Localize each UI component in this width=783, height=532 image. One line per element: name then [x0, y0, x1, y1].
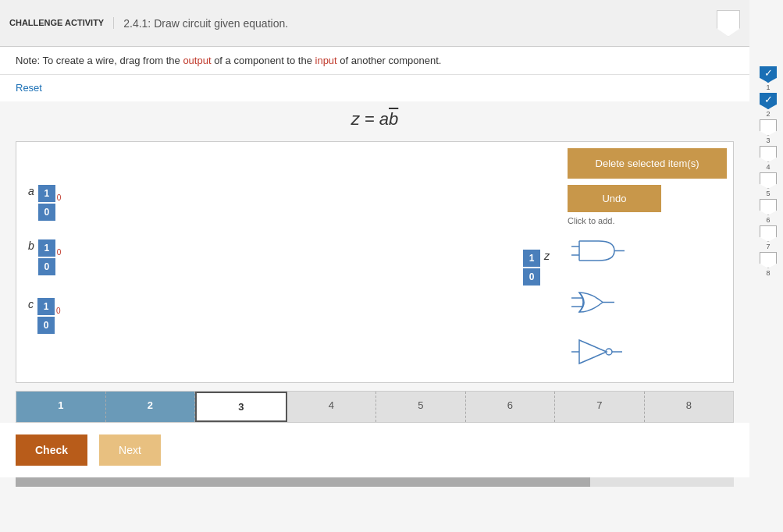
note-output: output: [183, 55, 211, 66]
gate-options: [568, 229, 727, 374]
side-nav-label-6: 6: [766, 216, 770, 224]
toggle-b-small: 0: [57, 248, 62, 257]
header-shield-icon: [717, 10, 740, 37]
or-gate-option[interactable]: [568, 281, 727, 326]
side-nav-label-2: 2: [766, 110, 770, 118]
var-z-label: z: [544, 250, 550, 262]
undo-button[interactable]: Undo: [568, 185, 661, 212]
side-nav-item-4[interactable]: 4: [757, 146, 779, 171]
toggle-a-bottom[interactable]: 0: [38, 204, 55, 221]
reset-button[interactable]: Reset: [16, 82, 42, 94]
side-nav-item-7[interactable]: 7: [757, 225, 779, 250]
toggle-z: 1 0: [523, 250, 540, 286]
toggle-c-small: 0: [56, 307, 61, 315]
not-gate-option[interactable]: [568, 332, 727, 374]
side-nav-label-5: 5: [766, 190, 770, 197]
and-gate-option[interactable]: [568, 229, 727, 275]
bottom-buttons: Check Next: [0, 423, 749, 477]
header: CHALLENGE ACTIVITY 2.4.1: Draw circuit g…: [0, 0, 749, 47]
delete-button[interactable]: Delete selected item(s): [568, 148, 727, 179]
circuit-workspace: a 1 0 0 b 1 0: [16, 141, 734, 383]
scroll-thumb[interactable]: [16, 477, 590, 487]
tab-3[interactable]: 3: [195, 392, 287, 422]
side-nav-item-1[interactable]: ✓ 1: [757, 66, 779, 91]
toggle-c[interactable]: 1 0 0: [37, 298, 61, 334]
side-nav-label-8: 8: [766, 269, 770, 277]
circuit-canvas[interactable]: 1 0 z: [118, 142, 561, 382]
side-nav-label-4: 4: [766, 163, 770, 171]
next-button[interactable]: Next: [99, 434, 161, 466]
toggle-a-small: 0: [57, 193, 62, 202]
side-nav-label-1: 1: [766, 83, 770, 91]
note-middle: of a component to the: [212, 55, 315, 66]
side-nav-item-6[interactable]: 6: [757, 199, 779, 224]
input-var-a: a 1 0 0: [28, 185, 61, 221]
equation-display: z = ab: [0, 109, 749, 129]
side-nav: ✓ 1 ✓ 2 3 4 5 6 7: [753, 62, 783, 281]
toggle-z-top: 1: [523, 250, 540, 267]
tab-5[interactable]: 5: [376, 392, 466, 422]
side-nav-label-7: 7: [766, 243, 770, 250]
toggle-z-bottom: 0: [523, 268, 540, 286]
circuit-right-panel: Delete selected item(s) Undo Click to ad…: [561, 142, 733, 382]
note-prefix: Note: To create a wire, drag from the: [16, 55, 183, 66]
tab-7[interactable]: 7: [555, 392, 645, 422]
input-var-b: b 1 0 0: [28, 239, 61, 275]
svg-marker-9: [579, 340, 607, 364]
toggle-b-bottom[interactable]: 0: [38, 258, 55, 275]
toggle-b[interactable]: 1 0 0: [38, 239, 62, 275]
toggle-a[interactable]: 1 0 0: [38, 185, 62, 221]
var-b-label: b: [28, 239, 34, 252]
note-suffix: of another component.: [337, 55, 442, 66]
tab-6[interactable]: 6: [466, 392, 556, 422]
output-z: 1 0 z: [523, 250, 553, 286]
side-nav-item-2[interactable]: ✓ 2: [757, 93, 779, 118]
toggle-c-top[interactable]: 1: [37, 298, 55, 315]
side-nav-item-8[interactable]: 8: [757, 252, 779, 277]
side-nav-item-5[interactable]: 5: [757, 172, 779, 197]
note-bar: Note: To create a wire, drag from the ou…: [0, 47, 749, 75]
challenge-label: CHALLENGE ACTIVITY: [9, 17, 114, 28]
side-nav-item-3[interactable]: 3: [757, 119, 779, 144]
side-nav-label-3: 3: [766, 137, 770, 144]
click-to-add-label: Click to add.: [568, 216, 727, 225]
tabs-container: 1 2 3 4 5 6 7 8: [16, 391, 734, 423]
var-c-label: c: [28, 298, 34, 310]
toggle-a-top[interactable]: 1: [38, 185, 55, 202]
input-var-c: c 1 0 0: [28, 298, 61, 334]
circuit-inputs: a 1 0 0 b 1 0: [16, 142, 118, 382]
check-button[interactable]: Check: [16, 434, 87, 466]
note-input: input: [315, 55, 337, 66]
toggle-b-top[interactable]: 1: [38, 239, 55, 257]
tab-1[interactable]: 1: [16, 392, 106, 422]
scroll-area[interactable]: [16, 477, 734, 487]
tab-4[interactable]: 4: [287, 392, 377, 422]
challenge-title: 2.4.1: Draw circuit given equation.: [123, 17, 717, 30]
var-a-label: a: [28, 185, 34, 197]
tab-8[interactable]: 8: [645, 392, 734, 422]
tab-2[interactable]: 2: [106, 392, 196, 422]
toggle-c-bottom[interactable]: 0: [37, 317, 55, 334]
